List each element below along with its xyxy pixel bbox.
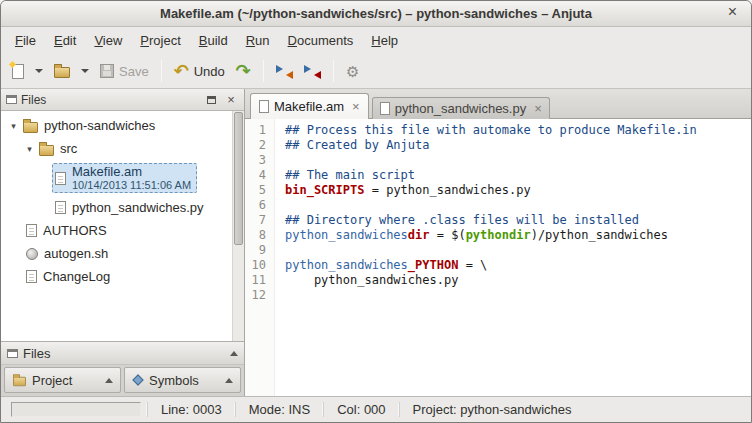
toolbar-separator (333, 60, 334, 82)
editor-tab-python-sandwiches-py[interactable]: python_sandwiches.py× (372, 97, 550, 119)
tree-scrollbar-thumb[interactable] (234, 112, 243, 245)
code-line: ## Process this file with automake to pr… (285, 123, 751, 138)
gear-icon: ⚙ (346, 64, 359, 79)
status-line: Line: 0003 (147, 402, 235, 417)
menu-item-file[interactable]: File (6, 29, 45, 52)
undo-icon: ↶ (174, 62, 189, 80)
dock-close-button[interactable]: × (223, 92, 239, 108)
chevron-down-icon (35, 69, 43, 73)
preferences-button[interactable]: ⚙ (341, 58, 364, 85)
code-line (285, 153, 751, 168)
line-number: 1 (245, 123, 274, 138)
line-number: 6 (245, 198, 274, 213)
document-icon (259, 100, 269, 113)
undo-button[interactable]: ↶ Undo (169, 58, 230, 85)
line-number: 4 (245, 168, 274, 183)
code-line: bin_SCRIPTS = python_sandwiches.py (285, 183, 751, 198)
menu-item-documents[interactable]: Documents (279, 29, 363, 52)
menu-item-project[interactable]: Project (131, 29, 189, 52)
tree-item-label: Makefile.am (72, 164, 191, 180)
code-token: ## The main script (285, 168, 415, 182)
files-sidebar: Files × ▾python-sandwiches▾srcMakefile.a… (1, 89, 245, 396)
redo-button[interactable]: ↷ (231, 58, 256, 85)
new-file-dropdown[interactable] (30, 58, 48, 85)
code-token: )/python_sandwiches (531, 228, 668, 242)
editor-tab-label: python_sandwiches.py (395, 101, 527, 116)
toolbar-separator (263, 60, 264, 82)
symbols-icon (132, 374, 143, 385)
tree-item-authors[interactable]: AUTHORS (1, 219, 230, 242)
code-token: = $( (430, 228, 466, 242)
menu-item-build[interactable]: Build (190, 29, 237, 52)
navigate-forward-icon (304, 64, 321, 79)
line-number: 2 (245, 138, 274, 153)
collapse-icon[interactable] (225, 378, 233, 383)
tab-close-icon[interactable]: × (352, 100, 360, 113)
code-token: _PYTHON (408, 258, 459, 272)
open-file-button[interactable] (49, 58, 75, 85)
project-dock-label: Project (32, 373, 72, 388)
tree-item-python-sandwiches[interactable]: ▾python-sandwiches (1, 114, 230, 137)
titlebar[interactable]: Makefile.am (~/python-sandwiches/src) – … (1, 1, 751, 27)
project-icon (13, 376, 26, 385)
files-tree: ▾python-sandwiches▾srcMakefile.am10/14/2… (1, 111, 244, 341)
code-token: python_sandwiches.py (285, 273, 458, 287)
code-line: python_sandwiches.py (285, 273, 751, 288)
window-close-button[interactable]: × (724, 3, 741, 21)
toolbar-separator (161, 60, 162, 82)
menu-item-run[interactable]: Run (237, 29, 279, 52)
folder-icon (39, 145, 54, 156)
symbols-dock-tab[interactable]: Symbols (124, 367, 241, 393)
code-token: pythondir (466, 228, 531, 242)
tree-item-label: python-sandwiches (44, 118, 155, 134)
save-label: Save (119, 64, 149, 79)
tree-item-changelog[interactable]: ChangeLog (1, 265, 230, 288)
tree-item-label: AUTHORS (43, 223, 107, 239)
line-number: 11 (245, 273, 274, 288)
code-line: ## Created by Anjuta (285, 138, 751, 153)
statusbar: Line: 0003 Mode: INS Col: 000 Project: p… (1, 396, 751, 422)
file-icon (55, 201, 66, 214)
menu-item-help[interactable]: Help (362, 29, 407, 52)
line-number: 7 (245, 213, 274, 228)
code-token: ## Created by Anjuta (285, 138, 430, 152)
code-line: python_sandwichesdir = $(pythondir)/pyth… (285, 228, 751, 243)
expander-icon[interactable]: ▾ (23, 144, 36, 154)
tree-scrollbar[interactable] (232, 111, 244, 341)
tree-item-python-sandwiches-py[interactable]: python_sandwiches.py (1, 196, 230, 219)
code-line (285, 288, 751, 303)
tree-item-makefile-am[interactable]: Makefile.am10/14/2013 11:51:06 AM (1, 160, 230, 196)
code-area[interactable]: ## Process this file with automake to pr… (275, 119, 751, 396)
main-area: Files × ▾python-sandwiches▾srcMakefile.a… (1, 89, 751, 396)
file-icon (26, 270, 37, 283)
dock-restore-button[interactable] (203, 92, 219, 108)
navigate-back-button[interactable] (271, 58, 298, 85)
code-line (285, 198, 751, 213)
tree-item-label: ChangeLog (43, 269, 110, 285)
save-button[interactable]: Save (95, 58, 154, 85)
navigate-forward-button[interactable] (299, 58, 326, 85)
editor-tab-makefile-am[interactable]: Makefile.am× (250, 93, 369, 119)
project-dock-tab[interactable]: Project (4, 367, 121, 393)
tree-item-src[interactable]: ▾src (1, 137, 230, 160)
script-icon (26, 248, 38, 260)
line-number: 12 (245, 288, 274, 303)
tree-item-label: python_sandwiches.py (72, 200, 204, 216)
new-file-button[interactable] (7, 58, 29, 85)
file-icon (26, 224, 37, 237)
collapse-icon[interactable] (105, 378, 113, 383)
collapse-icon[interactable] (230, 351, 238, 356)
line-number: 10 (245, 258, 274, 273)
expander-icon[interactable]: ▾ (7, 121, 20, 131)
code-token: python_sandwiches (285, 228, 408, 242)
tab-close-icon[interactable]: × (534, 102, 542, 115)
open-file-dropdown[interactable] (76, 58, 94, 85)
anjuta-window: Makefile.am (~/python-sandwiches/src) – … (0, 0, 752, 423)
tree-item-autogen-sh[interactable]: autogen.sh (1, 242, 230, 265)
files-dock-bar[interactable]: Files (1, 341, 244, 365)
restore-icon (207, 96, 216, 104)
code-token: ## Process this file with automake to pr… (285, 123, 697, 137)
redo-icon: ↷ (236, 62, 251, 80)
menu-item-view[interactable]: View (85, 29, 131, 52)
menu-item-edit[interactable]: Edit (45, 29, 85, 52)
